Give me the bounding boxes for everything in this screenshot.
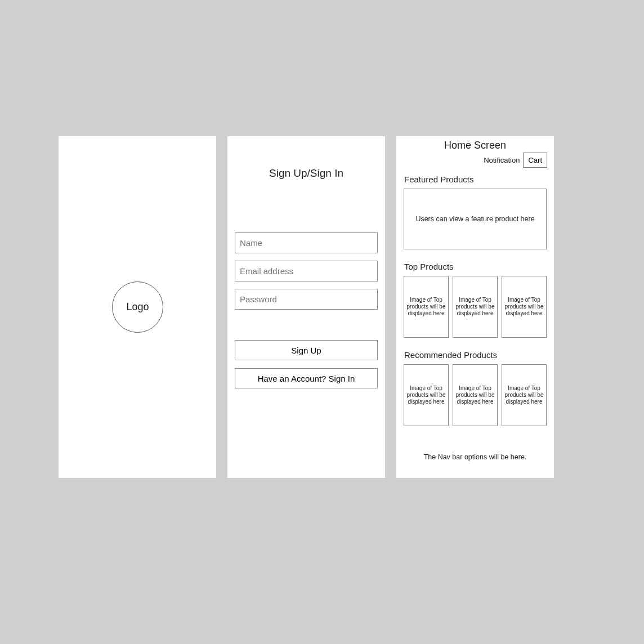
- signup-button[interactable]: Sign Up: [235, 340, 378, 360]
- top-product-text: Image of Top products will be displayed …: [406, 297, 446, 317]
- featured-product-box[interactable]: Users can view a feature product here: [404, 189, 547, 249]
- cart-button[interactable]: Cart: [523, 153, 547, 168]
- signup-title: Sign Up/Sign In: [227, 167, 385, 180]
- recommended-product-text: Image of Top products will be displayed …: [455, 385, 495, 405]
- recommended-product-text: Image of Top products will be displayed …: [504, 385, 544, 405]
- email-field[interactable]: [235, 261, 378, 281]
- home-title: Home Screen: [396, 140, 554, 151]
- splash-screen: Logo: [59, 136, 216, 478]
- top-product-card[interactable]: Image of Top products will be displayed …: [502, 276, 547, 338]
- home-screen: Home Screen Notification Cart Featured P…: [396, 136, 554, 478]
- recommended-products-title: Recommended Products: [396, 350, 554, 360]
- logo-placeholder: Logo: [112, 281, 163, 333]
- top-products-title: Top Products: [396, 262, 554, 271]
- recommended-product-text: Image of Top products will be displayed …: [406, 385, 446, 405]
- recommended-product-card[interactable]: Image of Top products will be displayed …: [502, 364, 547, 426]
- signin-button[interactable]: Have an Account? Sign In: [235, 368, 378, 388]
- name-field[interactable]: [235, 232, 378, 253]
- notification-label[interactable]: Notification: [484, 156, 520, 164]
- top-product-text: Image of Top products will be displayed …: [504, 297, 544, 317]
- logo-label: Logo: [126, 301, 149, 313]
- top-product-text: Image of Top products will be displayed …: [455, 297, 495, 317]
- recommended-product-card[interactable]: Image of Top products will be displayed …: [404, 364, 449, 426]
- top-product-card[interactable]: Image of Top products will be displayed …: [404, 276, 449, 338]
- recommended-product-card[interactable]: Image of Top products will be displayed …: [453, 364, 498, 426]
- password-field[interactable]: [235, 289, 378, 310]
- top-product-card[interactable]: Image of Top products will be displayed …: [453, 276, 498, 338]
- featured-products-title: Featured Products: [396, 175, 554, 184]
- navbar-note: The Nav bar options will be here.: [396, 453, 554, 461]
- featured-product-text: Users can view a feature product here: [415, 215, 534, 223]
- signup-screen: Sign Up/Sign In Sign Up Have an Account?…: [227, 136, 385, 478]
